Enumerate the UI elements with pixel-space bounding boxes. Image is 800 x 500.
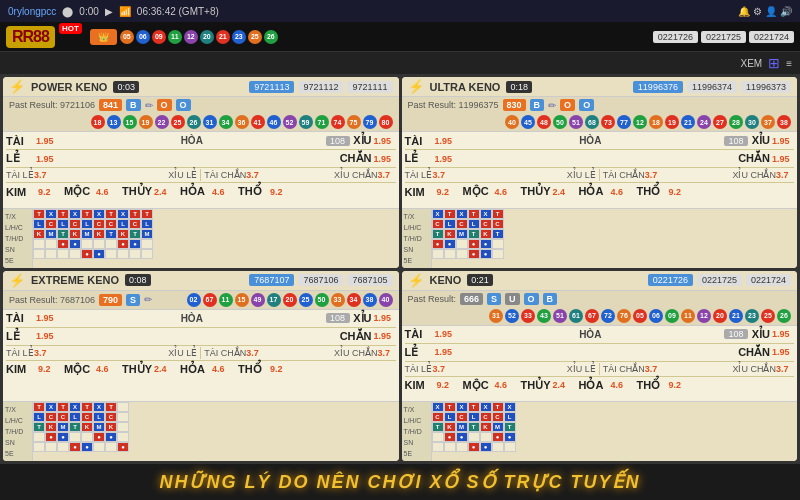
le-label[interactable]: LẺ bbox=[6, 152, 36, 165]
moc-label[interactable]: MỘC bbox=[64, 185, 94, 198]
result-ball: 21 bbox=[729, 309, 743, 323]
kim-label[interactable]: KIM bbox=[405, 379, 435, 391]
hist-cell: T bbox=[105, 229, 117, 239]
taile-label[interactable]: TÀI LẺ bbox=[405, 170, 433, 180]
hist-cell bbox=[444, 249, 456, 259]
result-id-active[interactable]: 9721113 bbox=[249, 81, 294, 93]
tho-label[interactable]: THỔ bbox=[637, 185, 667, 198]
moc-label[interactable]: MỘC bbox=[463, 379, 493, 392]
xiu-label[interactable]: XỈU bbox=[748, 328, 770, 341]
result-id[interactable]: 0221725 bbox=[697, 274, 742, 286]
le-label[interactable]: LẺ bbox=[405, 346, 435, 359]
le-label[interactable]: LẺ bbox=[6, 330, 36, 343]
result-id-3[interactable]: 0221724 bbox=[749, 31, 794, 43]
hist-cell: X bbox=[456, 209, 468, 219]
tho-label[interactable]: THỔ bbox=[238, 185, 268, 198]
result-id[interactable]: 9721111 bbox=[347, 81, 392, 93]
tai-label[interactable]: TÀI bbox=[405, 135, 435, 147]
result-id-active[interactable]: 11996376 bbox=[633, 81, 683, 93]
le-row: LẺ 1.95 CHẮN 1.95 bbox=[405, 151, 795, 166]
xiule-label[interactable]: XỈU LẺ bbox=[567, 364, 596, 374]
volume-icon[interactable]: 🔊 bbox=[780, 6, 792, 17]
edit-icon[interactable]: ✏ bbox=[144, 294, 152, 305]
result-id[interactable]: 7687105 bbox=[347, 274, 392, 286]
xiuchan-label[interactable]: XỈU CHẮN bbox=[732, 364, 776, 374]
result-id[interactable]: 7687106 bbox=[298, 274, 343, 286]
tai-label[interactable]: TÀI bbox=[6, 135, 36, 147]
hist-cell: T bbox=[492, 209, 504, 219]
result-ball: 34 bbox=[347, 293, 361, 307]
xiu-label[interactable]: XỈU bbox=[350, 312, 372, 325]
chan-label[interactable]: CHẮN bbox=[340, 152, 372, 165]
edit-icon[interactable]: ✏ bbox=[548, 100, 556, 111]
hist-cell: T bbox=[468, 209, 480, 219]
result-ball: 26 bbox=[187, 115, 201, 129]
taile-label[interactable]: TÀI LẺ bbox=[6, 348, 34, 358]
result-ball: 11 bbox=[219, 293, 233, 307]
tho-label[interactable]: THỔ bbox=[238, 363, 268, 376]
moc-odds: 4.6 bbox=[96, 187, 116, 197]
result-id[interactable]: 0221724 bbox=[746, 274, 791, 286]
thuy-label[interactable]: THỦY bbox=[521, 185, 551, 198]
thuy-label[interactable]: THỦY bbox=[122, 185, 152, 198]
history-area: T/X L/H/C T/H/D SN 5E T L K bbox=[3, 208, 399, 268]
kim-label[interactable]: KIM bbox=[6, 363, 36, 375]
tai-label[interactable]: TÀI bbox=[405, 328, 435, 340]
hist-cell bbox=[117, 412, 129, 422]
result-ball: 50 bbox=[553, 115, 567, 129]
taile-label[interactable]: TÀI LẺ bbox=[405, 364, 433, 374]
hoa2-label[interactable]: HỎA bbox=[180, 185, 210, 198]
bell-icon[interactable]: 🔔 bbox=[738, 6, 750, 17]
hist-cell bbox=[117, 402, 129, 412]
xiuchan-odds: 3.7 bbox=[378, 348, 396, 358]
chan-label[interactable]: CHẮN bbox=[738, 152, 770, 165]
hoa2-label[interactable]: HỎA bbox=[579, 379, 609, 392]
result-id[interactable]: 11996374 bbox=[687, 81, 737, 93]
taichan-label[interactable]: TÀI CHẮN bbox=[603, 170, 645, 180]
result-id[interactable]: 11996373 bbox=[741, 81, 791, 93]
thuy-label[interactable]: THỦY bbox=[521, 379, 551, 392]
settings-icon[interactable]: ⚙ bbox=[753, 6, 762, 17]
xiu-label[interactable]: XỈU bbox=[748, 134, 770, 147]
result-id-active[interactable]: 0221726 bbox=[648, 274, 693, 286]
moc-label[interactable]: MỘC bbox=[463, 185, 493, 198]
result-id-active[interactable]: 7687107 bbox=[249, 274, 294, 286]
xiule-label[interactable]: XỈU LẺ bbox=[168, 170, 197, 180]
moc-label[interactable]: MỘC bbox=[64, 363, 94, 376]
chan-odds: 1.95 bbox=[772, 154, 794, 164]
chan-label[interactable]: CHẮN bbox=[738, 346, 770, 359]
hist-cell: K bbox=[105, 422, 117, 432]
xiuchan-label[interactable]: XỈU CHẮN bbox=[334, 170, 378, 180]
result-id[interactable]: 9721112 bbox=[298, 81, 343, 93]
tai-label[interactable]: TÀI bbox=[6, 312, 36, 324]
xiuchan-label[interactable]: XỈU CHẮN bbox=[334, 348, 378, 358]
thuy-label[interactable]: THỦY bbox=[122, 363, 152, 376]
hoa2-label[interactable]: HỎA bbox=[180, 363, 210, 376]
chan-label[interactable]: CHẮN bbox=[340, 330, 372, 343]
xiule-label[interactable]: XỈU LẺ bbox=[567, 170, 596, 180]
nav-tab-1[interactable]: 👑 bbox=[90, 29, 117, 45]
kim-label[interactable]: KIM bbox=[6, 186, 36, 198]
hist-cell: C bbox=[105, 412, 117, 422]
result-id-2[interactable]: 0221725 bbox=[701, 31, 746, 43]
tho-label[interactable]: THỔ bbox=[637, 379, 667, 392]
kim-label[interactable]: KIM bbox=[405, 186, 435, 198]
grid-icon[interactable]: ⊞ bbox=[768, 55, 780, 71]
result-id-1[interactable]: 0221726 bbox=[653, 31, 698, 43]
kim-odds: 9.2 bbox=[437, 380, 457, 390]
taile-label[interactable]: TÀI LẺ bbox=[6, 170, 34, 180]
edit-icon[interactable]: ✏ bbox=[145, 100, 153, 111]
user-icon[interactable]: 👤 bbox=[765, 6, 777, 17]
hist-cell: ● bbox=[81, 442, 93, 452]
taichan-label[interactable]: TÀI CHẮN bbox=[204, 170, 246, 180]
result-ball: 19 bbox=[665, 115, 679, 129]
xiule-label[interactable]: XỈU LẺ bbox=[168, 348, 197, 358]
taichan-label[interactable]: TÀI CHẮN bbox=[603, 364, 645, 374]
list-icon[interactable]: ≡ bbox=[786, 58, 792, 69]
xiu-label[interactable]: XỈU bbox=[350, 134, 372, 147]
le-label[interactable]: LẺ bbox=[405, 152, 435, 165]
xem-bar: XEM ⊞ ≡ bbox=[0, 52, 800, 74]
taichan-label[interactable]: TÀI CHẮN bbox=[204, 348, 246, 358]
xiuchan-label[interactable]: XỈU CHẮN bbox=[732, 170, 776, 180]
hoa2-label[interactable]: HỎA bbox=[579, 185, 609, 198]
